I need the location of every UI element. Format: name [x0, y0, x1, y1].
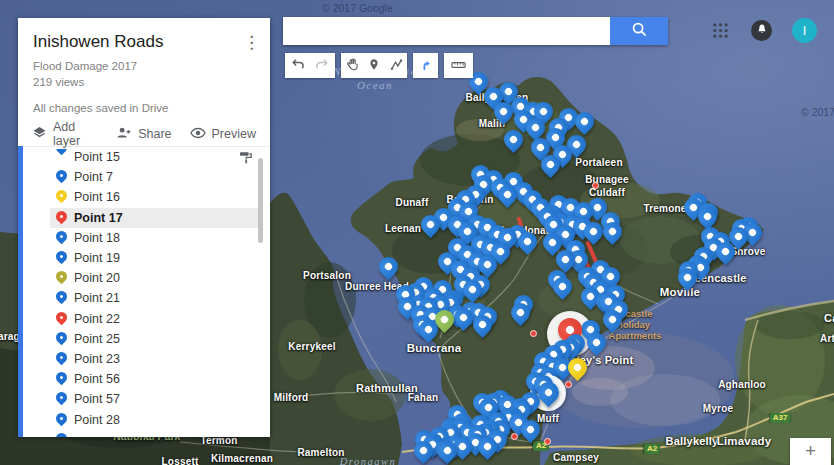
point-list-item[interactable]: Point 16 — [50, 187, 263, 207]
point-label: Point 22 — [74, 312, 120, 326]
incident-dot — [544, 438, 551, 445]
panel-header: Inishowen Roads ⋮ Flood Damage 2017 219 … — [18, 18, 270, 114]
point-list-item[interactable]: Point 25 — [50, 329, 263, 349]
point-label: Point 21 — [74, 291, 120, 305]
incident-dot — [592, 182, 599, 189]
search-input[interactable] — [283, 17, 610, 45]
layers-icon — [32, 126, 47, 142]
point-pin-icon — [55, 371, 68, 387]
point-pin-icon — [55, 331, 68, 347]
share-button[interactable]: Share — [116, 126, 171, 142]
add-marker-button[interactable] — [363, 53, 385, 78]
point-list-item[interactable]: Point 17 — [50, 208, 263, 228]
point-pin-icon — [55, 149, 68, 165]
point-label: Point 56 — [74, 372, 120, 386]
undo-button[interactable] — [285, 53, 310, 78]
search-bar — [283, 17, 668, 45]
draw-line-icon — [390, 57, 403, 75]
add-layer-label: Add layer — [53, 120, 98, 148]
point-list-item[interactable]: Point 57 — [50, 389, 263, 409]
map-views: 219 views — [33, 74, 256, 90]
point-pin-icon — [55, 290, 68, 306]
point-label: Point 23 — [74, 352, 120, 366]
map-description: Flood Damage 2017 219 views — [33, 58, 256, 90]
point-label: Point 25 — [74, 332, 120, 346]
point-list-item[interactable]: Point 56 — [50, 369, 263, 389]
style-paint-roller-icon[interactable] — [239, 151, 253, 164]
point-pin-icon — [55, 189, 68, 205]
add-layer-button[interactable]: Add layer — [32, 120, 98, 148]
point-pin-icon — [55, 270, 68, 286]
preview-label: Preview — [212, 127, 256, 141]
point-list-item[interactable]: Point 15 — [50, 147, 263, 167]
point-pin-icon — [55, 412, 68, 428]
account-avatar[interactable]: I — [792, 18, 817, 43]
point-label: Point 18 — [74, 231, 120, 245]
search-button[interactable] — [610, 17, 668, 45]
pan-hand-icon — [346, 57, 359, 75]
add-marker-icon — [368, 57, 380, 75]
draw-line-button[interactable] — [385, 53, 407, 78]
point-list-item[interactable]: Point 22 — [50, 309, 263, 329]
measure-ruler-icon — [451, 57, 466, 75]
map-pin-blue[interactable] — [375, 253, 402, 280]
notifications-button[interactable] — [751, 20, 772, 41]
map-edit-toolbar — [285, 53, 473, 78]
my-maps-app: North AtlanticOcean© 2017 Google© 2017 G… — [0, 0, 834, 465]
point-pin-icon — [55, 169, 68, 185]
redo-icon — [315, 57, 330, 75]
bell-icon — [756, 22, 768, 40]
point-pin-icon — [55, 250, 68, 266]
save-status: All changes saved in Drive — [33, 102, 256, 114]
panel-actions: Add layer Share — [18, 122, 270, 147]
point-list-item[interactable]: Point 28 — [50, 409, 263, 429]
map-info-panel: Inishowen Roads ⋮ Flood Damage 2017 219 … — [18, 18, 270, 437]
point-list-item[interactable]: Point 19 — [50, 248, 263, 268]
eye-icon — [190, 127, 206, 142]
map-title: Inishowen Roads — [33, 32, 256, 52]
preview-button[interactable]: Preview — [190, 127, 256, 142]
redo-button[interactable] — [310, 53, 335, 78]
selected-layer-indicator — [18, 146, 23, 437]
point-list-item[interactable] — [50, 430, 263, 437]
points-list: Point 15Point 7Point 16Point 17Point 18P… — [18, 146, 270, 437]
point-label: Point 57 — [74, 392, 120, 406]
point-pin-icon — [55, 210, 68, 226]
person-add-icon — [116, 126, 132, 142]
point-pin-icon — [55, 432, 68, 437]
add-directions-icon — [419, 57, 432, 75]
incident-dot — [530, 330, 537, 337]
point-label: Point 28 — [74, 413, 120, 427]
point-list-item[interactable]: Point 18 — [50, 228, 263, 248]
point-label: Point 7 — [74, 170, 113, 184]
point-list-item[interactable]: Point 21 — [50, 288, 263, 308]
share-label: Share — [138, 127, 171, 141]
plus-icon: + — [805, 438, 816, 464]
point-label: Point 19 — [74, 251, 120, 265]
pan-tool-button[interactable] — [341, 53, 363, 78]
incident-dot — [511, 433, 518, 440]
point-label: Point 16 — [74, 190, 120, 204]
point-pin-icon — [55, 351, 68, 367]
measure-button[interactable] — [444, 53, 473, 78]
incident-dot — [565, 381, 572, 388]
point-label: Point 20 — [74, 271, 120, 285]
zoom-in-button[interactable]: + — [790, 438, 831, 465]
point-list-item[interactable]: Point 23 — [50, 349, 263, 369]
point-pin-icon — [55, 391, 68, 407]
point-pin-icon — [55, 230, 68, 246]
map-subtitle: Flood Damage 2017 — [33, 58, 256, 74]
point-list-item[interactable]: Point 7 — [50, 167, 263, 187]
point-list-item[interactable]: Point 20 — [50, 268, 263, 288]
add-directions-button[interactable] — [413, 53, 438, 78]
list-scrollbar[interactable] — [258, 158, 263, 243]
point-label: Point 15 — [74, 150, 120, 164]
point-pin-icon — [55, 311, 68, 327]
google-apps-grid-icon[interactable] — [712, 22, 729, 43]
search-icon — [631, 21, 648, 41]
point-label: Point 17 — [74, 211, 123, 225]
kebab-menu-icon[interactable]: ⋮ — [243, 34, 260, 51]
undo-icon — [290, 57, 305, 75]
